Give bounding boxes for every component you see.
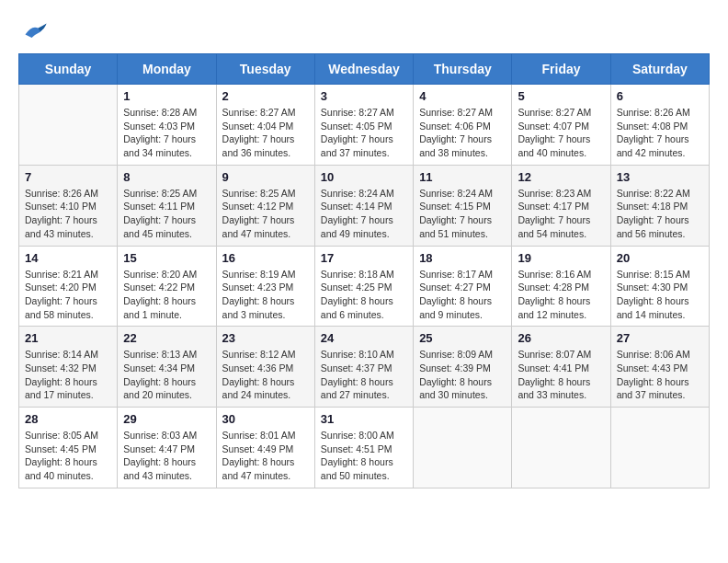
calendar-cell: 17Sunrise: 8:18 AM Sunset: 4:25 PM Dayli… <box>314 246 413 327</box>
calendar-table: SundayMondayTuesdayWednesdayThursdayFrid… <box>18 53 710 488</box>
day-number: 6 <box>617 89 703 103</box>
calendar-cell: 16Sunrise: 8:19 AM Sunset: 4:23 PM Dayli… <box>216 246 314 327</box>
day-info: Sunrise: 8:23 AM Sunset: 4:17 PM Dayligh… <box>518 187 604 241</box>
day-number: 27 <box>617 331 703 345</box>
day-info: Sunrise: 8:05 AM Sunset: 4:45 PM Dayligh… <box>25 429 111 483</box>
day-info: Sunrise: 8:27 AM Sunset: 4:06 PM Dayligh… <box>419 106 506 160</box>
day-of-week-saturday: Saturday <box>610 54 709 85</box>
day-of-week-monday: Monday <box>118 54 216 85</box>
calendar-cell <box>512 408 610 488</box>
calendar-cell: 1Sunrise: 8:28 AM Sunset: 4:03 PM Daylig… <box>118 85 216 166</box>
day-number: 17 <box>321 251 407 265</box>
calendar-cell: 12Sunrise: 8:23 AM Sunset: 4:17 PM Dayli… <box>512 165 610 246</box>
day-number: 10 <box>321 170 407 184</box>
day-number: 4 <box>419 89 506 103</box>
day-number: 26 <box>518 331 604 345</box>
day-info: Sunrise: 8:06 AM Sunset: 4:43 PM Dayligh… <box>617 348 703 402</box>
calendar-cell <box>414 408 512 488</box>
day-of-week-tuesday: Tuesday <box>216 54 314 85</box>
day-number: 14 <box>25 251 111 265</box>
calendar-cell: 28Sunrise: 8:05 AM Sunset: 4:45 PM Dayli… <box>19 408 118 488</box>
day-info: Sunrise: 8:19 AM Sunset: 4:23 PM Dayligh… <box>222 268 309 322</box>
day-of-week-thursday: Thursday <box>414 54 512 85</box>
day-number: 25 <box>419 331 506 345</box>
day-info: Sunrise: 8:12 AM Sunset: 4:36 PM Dayligh… <box>222 348 309 402</box>
day-number: 12 <box>518 170 604 184</box>
calendar-cell: 6Sunrise: 8:26 AM Sunset: 4:08 PM Daylig… <box>610 85 709 166</box>
calendar-cell: 7Sunrise: 8:26 AM Sunset: 4:10 PM Daylig… <box>19 165 118 246</box>
calendar-cell: 31Sunrise: 8:00 AM Sunset: 4:51 PM Dayli… <box>314 408 413 488</box>
day-number: 24 <box>321 331 407 345</box>
day-of-week-sunday: Sunday <box>19 54 118 85</box>
calendar-cell: 9Sunrise: 8:25 AM Sunset: 4:12 PM Daylig… <box>216 165 314 246</box>
day-info: Sunrise: 8:25 AM Sunset: 4:11 PM Dayligh… <box>123 187 210 241</box>
day-info: Sunrise: 8:07 AM Sunset: 4:41 PM Dayligh… <box>518 348 604 402</box>
day-info: Sunrise: 8:15 AM Sunset: 4:30 PM Dayligh… <box>617 268 703 322</box>
day-number: 22 <box>123 331 210 345</box>
day-info: Sunrise: 8:27 AM Sunset: 4:07 PM Dayligh… <box>518 106 604 160</box>
day-number: 29 <box>123 412 210 426</box>
calendar-cell: 23Sunrise: 8:12 AM Sunset: 4:36 PM Dayli… <box>216 327 314 408</box>
calendar-cell: 4Sunrise: 8:27 AM Sunset: 4:06 PM Daylig… <box>414 85 512 166</box>
day-number: 5 <box>518 89 604 103</box>
day-info: Sunrise: 8:09 AM Sunset: 4:39 PM Dayligh… <box>419 348 506 402</box>
day-number: 16 <box>222 251 309 265</box>
calendar-week-row: 7Sunrise: 8:26 AM Sunset: 4:10 PM Daylig… <box>19 165 710 246</box>
logo-bird-icon <box>22 18 48 44</box>
calendar-cell: 2Sunrise: 8:27 AM Sunset: 4:04 PM Daylig… <box>216 85 314 166</box>
calendar-cell: 19Sunrise: 8:16 AM Sunset: 4:28 PM Dayli… <box>512 246 610 327</box>
logo <box>18 18 48 44</box>
calendar-cell: 8Sunrise: 8:25 AM Sunset: 4:11 PM Daylig… <box>118 165 216 246</box>
calendar-cell: 13Sunrise: 8:22 AM Sunset: 4:18 PM Dayli… <box>610 165 709 246</box>
day-info: Sunrise: 8:27 AM Sunset: 4:04 PM Dayligh… <box>222 106 309 160</box>
day-info: Sunrise: 8:24 AM Sunset: 4:15 PM Dayligh… <box>419 187 506 241</box>
day-info: Sunrise: 8:10 AM Sunset: 4:37 PM Dayligh… <box>321 348 407 402</box>
day-info: Sunrise: 8:13 AM Sunset: 4:34 PM Dayligh… <box>123 348 210 402</box>
day-number: 30 <box>222 412 309 426</box>
day-info: Sunrise: 8:21 AM Sunset: 4:20 PM Dayligh… <box>25 268 111 322</box>
calendar-cell: 15Sunrise: 8:20 AM Sunset: 4:22 PM Dayli… <box>118 246 216 327</box>
day-info: Sunrise: 8:26 AM Sunset: 4:08 PM Dayligh… <box>617 106 703 160</box>
day-info: Sunrise: 8:22 AM Sunset: 4:18 PM Dayligh… <box>617 187 703 241</box>
day-info: Sunrise: 8:24 AM Sunset: 4:14 PM Dayligh… <box>321 187 407 241</box>
day-number: 15 <box>123 251 210 265</box>
calendar-cell: 10Sunrise: 8:24 AM Sunset: 4:14 PM Dayli… <box>314 165 413 246</box>
calendar-cell: 27Sunrise: 8:06 AM Sunset: 4:43 PM Dayli… <box>610 327 709 408</box>
calendar-cell: 30Sunrise: 8:01 AM Sunset: 4:49 PM Dayli… <box>216 408 314 488</box>
day-number: 1 <box>123 89 210 103</box>
day-info: Sunrise: 8:14 AM Sunset: 4:32 PM Dayligh… <box>25 348 111 402</box>
day-number: 31 <box>321 412 407 426</box>
day-info: Sunrise: 8:27 AM Sunset: 4:05 PM Dayligh… <box>321 106 407 160</box>
day-info: Sunrise: 8:18 AM Sunset: 4:25 PM Dayligh… <box>321 268 407 322</box>
day-number: 7 <box>25 170 111 184</box>
day-number: 8 <box>123 170 210 184</box>
day-number: 18 <box>419 251 506 265</box>
day-info: Sunrise: 8:00 AM Sunset: 4:51 PM Dayligh… <box>321 429 407 483</box>
calendar-cell: 18Sunrise: 8:17 AM Sunset: 4:27 PM Dayli… <box>414 246 512 327</box>
days-of-week-row: SundayMondayTuesdayWednesdayThursdayFrid… <box>19 54 710 85</box>
day-of-week-friday: Friday <box>512 54 610 85</box>
calendar-week-row: 14Sunrise: 8:21 AM Sunset: 4:20 PM Dayli… <box>19 246 710 327</box>
calendar-cell: 5Sunrise: 8:27 AM Sunset: 4:07 PM Daylig… <box>512 85 610 166</box>
day-info: Sunrise: 8:16 AM Sunset: 4:28 PM Dayligh… <box>518 268 604 322</box>
calendar-cell: 24Sunrise: 8:10 AM Sunset: 4:37 PM Dayli… <box>314 327 413 408</box>
page-header <box>18 18 710 44</box>
calendar-body: 1Sunrise: 8:28 AM Sunset: 4:03 PM Daylig… <box>19 85 710 488</box>
day-number: 19 <box>518 251 604 265</box>
day-info: Sunrise: 8:03 AM Sunset: 4:47 PM Dayligh… <box>123 429 210 483</box>
day-number: 13 <box>617 170 703 184</box>
calendar-cell <box>610 408 709 488</box>
calendar-cell: 11Sunrise: 8:24 AM Sunset: 4:15 PM Dayli… <box>414 165 512 246</box>
calendar-cell: 20Sunrise: 8:15 AM Sunset: 4:30 PM Dayli… <box>610 246 709 327</box>
calendar-week-row: 1Sunrise: 8:28 AM Sunset: 4:03 PM Daylig… <box>19 85 710 166</box>
calendar-week-row: 21Sunrise: 8:14 AM Sunset: 4:32 PM Dayli… <box>19 327 710 408</box>
calendar-cell: 26Sunrise: 8:07 AM Sunset: 4:41 PM Dayli… <box>512 327 610 408</box>
calendar-cell: 21Sunrise: 8:14 AM Sunset: 4:32 PM Dayli… <box>19 327 118 408</box>
calendar-cell: 14Sunrise: 8:21 AM Sunset: 4:20 PM Dayli… <box>19 246 118 327</box>
day-info: Sunrise: 8:01 AM Sunset: 4:49 PM Dayligh… <box>222 429 309 483</box>
day-info: Sunrise: 8:17 AM Sunset: 4:27 PM Dayligh… <box>419 268 506 322</box>
calendar-header: SundayMondayTuesdayWednesdayThursdayFrid… <box>19 54 710 85</box>
calendar-cell <box>19 85 118 166</box>
day-number: 23 <box>222 331 309 345</box>
day-number: 20 <box>617 251 703 265</box>
